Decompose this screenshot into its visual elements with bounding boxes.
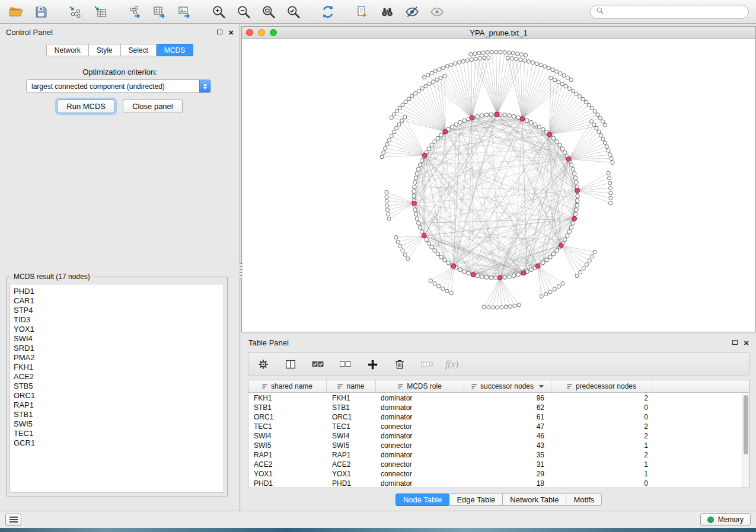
table-row[interactable]: STB1STB1dominator620 [248,403,742,412]
table-row[interactable]: RAP1RAP1dominator352 [248,450,742,460]
criterion-dropdown-value: largest connected component (undirected) [27,82,199,91]
search-box[interactable] [590,5,749,19]
result-node[interactable]: TID3 [14,315,220,325]
tab-node-table[interactable]: Node Table [395,493,450,506]
close-table-panel-icon[interactable]: × [744,338,749,347]
column-header-filler [652,380,749,392]
search-input[interactable] [608,8,743,16]
run-mcds-button[interactable]: Run MCDS [57,100,115,113]
result-node[interactable]: STP4 [14,306,220,315]
zoom-in-icon[interactable] [210,3,228,21]
settings-gear-icon[interactable] [254,355,272,373]
mcds-result-title: MCDS result (17 nodes) [11,273,92,281]
column-header-predecessor-nodes[interactable]: predecessor nodes [551,380,652,392]
network-window-titlebar[interactable] [242,27,755,39]
tab-network-table[interactable]: Network Table [503,493,566,506]
table-row[interactable]: SWI4SWI4dominator462 [248,431,742,441]
result-node[interactable]: PHD1 [14,287,220,296]
result-node[interactable]: FKH1 [14,363,220,372]
table-row[interactable]: SWI5SWI5connector431 [248,441,742,450]
table-row[interactable]: ACE2ACE2connector311 [248,460,742,469]
close-panel-button[interactable]: Close panel [123,100,183,113]
deselect-all-icon[interactable] [336,355,354,373]
application-window: Control Panel × NetworkStyleSelectMCDS O… [0,0,756,532]
column-header-mcds-role[interactable]: MCDS role [376,380,464,392]
zoom-selected-icon[interactable] [285,3,302,21]
table-row[interactable]: YOX1YOX1connector291 [248,469,742,479]
export-image-icon[interactable] [176,3,193,21]
dropdown-stepper-icon[interactable] [199,79,210,93]
result-node[interactable]: YOX1 [14,325,220,334]
tab-select[interactable]: Select [121,44,157,56]
tab-network[interactable]: Network [46,44,89,56]
memory-label: Memory [718,515,744,524]
criterion-dropdown[interactable]: largest connected component (undirected) [26,79,211,93]
result-node[interactable]: RAP1 [14,400,220,410]
add-row-icon[interactable] [363,355,381,373]
open-folder-icon[interactable] [7,3,25,21]
export-network-icon[interactable] [126,3,143,21]
result-node[interactable]: SWI5 [14,419,220,429]
result-node[interactable]: TEC1 [14,429,220,438]
function-builder-fx[interactable]: f(x) [445,359,458,370]
column-header-name[interactable]: name [327,380,376,392]
result-node[interactable]: ORC1 [14,391,220,400]
result-node[interactable]: GCR1 [14,438,220,448]
save-icon[interactable] [32,3,50,21]
minimize-window-button[interactable] [258,29,265,36]
refresh-icon[interactable] [319,3,337,21]
column-header-shared-name[interactable]: shared name [248,380,327,392]
export-group [126,3,193,21]
select-all-icon[interactable] [309,355,327,373]
maximize-window-button[interactable] [270,29,277,36]
chevron-down-icon[interactable] [539,385,544,388]
export-table-icon[interactable] [151,3,168,21]
task-history-button[interactable] [5,514,21,526]
share-document-icon[interactable] [353,3,371,21]
import-network-icon[interactable] [66,3,84,21]
zoom-out-icon[interactable] [235,3,253,21]
network-window: YPA_prune.txt_1 [241,26,756,332]
sort-icon [337,383,343,389]
result-node[interactable]: ACE2 [14,372,220,382]
table-toolbar: f(x) [248,352,749,376]
table-row[interactable]: ORC1ORC1dominator610 [248,412,742,422]
result-node[interactable]: SWI4 [14,334,220,344]
zoom-fit-icon[interactable] [260,3,277,21]
result-node[interactable]: PMA2 [14,353,220,363]
table-row[interactable]: FKH1FKH1dominator962 [248,393,742,403]
table-row[interactable]: TEC1TEC1connector472 [248,422,742,431]
column-header-successor-nodes[interactable]: successor nodes [464,380,551,392]
list-icon [9,516,18,523]
close-panel-icon[interactable]: × [228,28,234,37]
network-view-canvas[interactable] [242,39,755,332]
table-panel-header: Table Panel × [241,335,756,350]
import-table-icon[interactable] [91,3,109,21]
show-details-icon[interactable] [428,3,446,21]
desktop-wallpaper-strip [0,528,756,532]
hide-details-icon[interactable] [403,3,421,21]
result-node[interactable]: CAR1 [14,296,220,306]
float-panel-icon[interactable] [217,30,222,34]
close-window-button[interactable] [246,29,253,36]
binoculars-icon[interactable] [378,3,396,21]
tab-style[interactable]: Style [89,44,121,56]
float-table-panel-icon[interactable] [732,340,738,345]
delete-row-icon[interactable] [391,355,409,373]
sort-icon [567,383,573,389]
result-node[interactable]: SRD1 [14,344,220,353]
table-scrollbar-thumb[interactable] [744,395,748,454]
panel-splitter-handle[interactable] [240,263,243,278]
node-table-header: shared name name MCDS role successor nod… [248,380,749,393]
memory-button[interactable]: Memory [700,513,751,526]
mcds-result-list[interactable]: PHD1CAR1STP4TID3YOX1SWI4SRD1PMA2FKH1ACE2… [9,284,224,493]
result-node[interactable]: STB5 [14,382,220,391]
tab-mcds[interactable]: MCDS [157,44,193,56]
result-node[interactable]: STB1 [14,410,220,419]
delete-table-icon[interactable] [418,355,436,373]
table-row[interactable]: PHD1PHD1dominator180 [248,479,742,488]
column-selector-icon[interactable] [282,355,299,373]
tab-edge-table[interactable]: Edge Table [449,493,503,506]
table-scrollbar[interactable] [742,393,749,488]
tab-motifs[interactable]: Motifs [566,493,602,506]
